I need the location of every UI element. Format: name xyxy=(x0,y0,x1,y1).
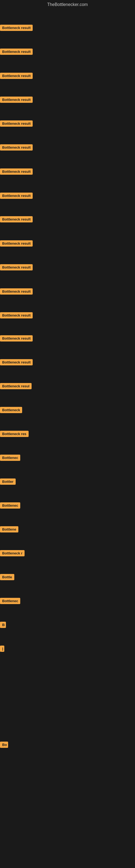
bottleneck-badge-26: B xyxy=(0,622,6,628)
bottleneck-badge-12: Bottleneck result xyxy=(0,288,33,294)
bottleneck-badge-22: Bottlene xyxy=(0,526,18,532)
bottleneck-badge-19: Bottlenec xyxy=(0,455,20,461)
bottleneck-item-2: Bottleneck result xyxy=(0,49,33,55)
bottleneck-badge-6: Bottleneck result xyxy=(0,144,33,151)
bottleneck-badge-21: Bottlenec xyxy=(0,502,20,508)
bottleneck-item-12: Bottleneck result xyxy=(0,288,33,294)
bottleneck-item-14: Bottleneck result xyxy=(0,335,33,341)
bottleneck-item-8: Bottleneck result xyxy=(0,193,33,199)
bottleneck-badge-1: Bottleneck result xyxy=(0,25,33,31)
bottleneck-badge-20: Bottler xyxy=(0,478,16,485)
bottleneck-item-21: Bottlenec xyxy=(0,502,20,508)
site-title: TheBottlenecker.com xyxy=(0,0,135,9)
bottleneck-badge-4: Bottleneck result xyxy=(0,97,33,103)
bottleneck-badge-18: Bottleneck res xyxy=(0,431,29,437)
bottleneck-badge-24: Bottle xyxy=(0,574,14,580)
bottleneck-badge-23: Bottleneck r xyxy=(0,550,25,556)
bottleneck-badge-13: Bottleneck result xyxy=(0,312,33,318)
bottleneck-badge-8: Bottleneck result xyxy=(0,193,33,199)
bottleneck-badge-16: Bottleneck resul xyxy=(0,383,32,389)
bottleneck-item-17: Bottleneck xyxy=(0,407,22,413)
bottleneck-item-18: Bottleneck res xyxy=(0,431,29,437)
bottleneck-badge-9: Bottleneck result xyxy=(0,216,33,222)
bottleneck-item-24: Bottle xyxy=(0,574,14,580)
bottleneck-item-20: Bottler xyxy=(0,478,16,485)
bottleneck-item-23: Bottleneck r xyxy=(0,550,25,556)
bottleneck-item-26: B xyxy=(0,622,6,628)
bottleneck-item-7: Bottleneck result xyxy=(0,168,33,175)
bottleneck-item-19: Bottlenec xyxy=(0,455,20,461)
bottleneck-badge-14: Bottleneck result xyxy=(0,335,33,341)
bottleneck-badge-11: Bottleneck result xyxy=(0,264,33,271)
bottleneck-item-6: Bottleneck result xyxy=(0,144,33,151)
bottleneck-badge-7: Bottleneck result xyxy=(0,168,33,175)
bottleneck-item-4: Bottleneck result xyxy=(0,97,33,103)
bottleneck-item-28: Bo xyxy=(0,742,8,748)
bottleneck-badge-10: Bottleneck result xyxy=(0,240,33,247)
bottleneck-item-13: Bottleneck result xyxy=(0,312,33,318)
bottleneck-badge-5: Bottleneck result xyxy=(0,120,33,127)
bottleneck-item-5: Bottleneck result xyxy=(0,120,33,127)
bottleneck-badge-25: Bottlenec xyxy=(0,598,20,604)
bottleneck-badge-3: Bottleneck result xyxy=(0,73,33,79)
bottleneck-badge-2: Bottleneck result xyxy=(0,49,33,55)
bottleneck-item-16: Bottleneck resul xyxy=(0,383,32,389)
bottleneck-item-9: Bottleneck result xyxy=(0,216,33,222)
bottleneck-item-25: Bottlenec xyxy=(0,598,20,604)
bottleneck-badge-27: | xyxy=(0,646,4,652)
bottleneck-item-11: Bottleneck result xyxy=(0,264,33,271)
bottleneck-badge-15: Bottleneck result xyxy=(0,359,33,365)
bottleneck-badge-17: Bottleneck xyxy=(0,407,22,413)
bottleneck-badge-28: Bo xyxy=(0,742,8,748)
bottleneck-item-3: Bottleneck result xyxy=(0,73,33,79)
bottleneck-item-1: Bottleneck result xyxy=(0,25,33,31)
bottleneck-item-27: | xyxy=(0,646,4,652)
bottleneck-item-15: Bottleneck result xyxy=(0,359,33,365)
bottleneck-item-22: Bottlene xyxy=(0,526,18,532)
bottleneck-item-10: Bottleneck result xyxy=(0,240,33,247)
